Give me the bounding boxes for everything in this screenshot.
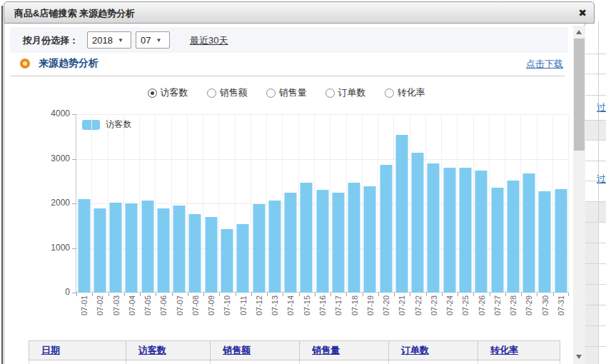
column-header-link[interactable]: 销售量 [312,345,340,355]
radio-icon[interactable] [207,89,216,98]
bar-07-22[interactable] [412,153,424,293]
month-filter-label: 按月份选择： [23,34,79,47]
bar-07-13[interactable] [268,201,281,293]
bar-07-23[interactable] [428,163,440,293]
metric-radio-label: 销售额 [220,86,248,99]
month-select[interactable]: 07 ▼ [136,31,170,49]
chevron-down-icon: ▼ [118,37,123,44]
column-header-link[interactable]: 访客数 [138,345,166,355]
bar-07-17[interactable] [332,193,344,293]
bar-07-16[interactable] [316,190,328,293]
bar-07-25[interactable] [460,168,472,293]
metric-radio-访客数[interactable]: 访客数 [148,86,188,99]
x-axis-label: 07-21 [398,291,406,320]
vertical-scrollbar[interactable] [573,26,585,364]
bar-07-06[interactable] [157,208,169,293]
column-header-转化率[interactable]: 转化率 [478,341,560,360]
x-axis-tick [505,293,506,296]
x-axis-label: 07-26 [478,291,486,320]
bar-07-01[interactable] [78,199,90,293]
dialog-titlebar[interactable]: 商品&店铺搜索 来源趋势分析 ✖ [4,1,595,24]
bar-07-20[interactable] [380,165,392,293]
bar-07-07[interactable] [173,206,186,293]
radio-icon[interactable] [325,89,335,98]
bar-07-30[interactable] [539,191,551,293]
x-axis-tick [219,293,220,296]
x-axis-label: 07-11 [239,291,248,320]
radio-selected-icon[interactable] [148,89,157,98]
table-cell [126,360,211,364]
background-grid-line [585,201,606,202]
close-icon[interactable]: ✖ [578,6,587,19]
background-partial-link[interactable]: 过 [597,101,606,114]
radio-icon[interactable] [266,89,276,98]
background-partial-link[interactable]: 过 [597,173,606,186]
column-header-link[interactable]: 订单数 [401,345,429,355]
bar-07-15[interactable] [301,183,313,293]
bar-07-26[interactable] [475,171,488,293]
bar-07-14[interactable] [285,193,297,293]
bar-07-09[interactable] [205,217,217,293]
year-select[interactable]: 2018 ▼ [87,31,131,49]
table-cell [389,360,478,364]
radio-icon[interactable] [385,89,394,98]
x-axis-tick [92,293,93,296]
bar-07-04[interactable] [126,203,138,293]
chart-slot [108,114,124,293]
background-grid-line [585,346,606,347]
bar-07-28[interactable] [507,181,519,293]
bar-07-24[interactable] [443,168,455,293]
bar-07-18[interactable] [348,183,360,293]
bar-07-19[interactable] [364,186,376,293]
column-header-link[interactable]: 日期 [41,345,60,355]
scroll-down-button[interactable] [573,351,585,362]
bar-07-21[interactable] [395,135,408,293]
bar-07-29[interactable] [523,173,535,293]
bar-07-10[interactable] [221,229,233,293]
metric-radio-订单数[interactable]: 订单数 [325,86,366,99]
y-axis-label: 4000 [40,108,70,118]
chart-slot [236,114,251,293]
metric-radio-label: 访客数 [161,86,188,99]
x-axis-label: 07-14 [286,291,295,320]
download-link[interactable]: 点击下载 [526,58,563,71]
bar-07-27[interactable] [491,188,503,293]
bar-07-03[interactable] [110,203,122,293]
metric-radio-销售量[interactable]: 销售量 [266,86,307,99]
column-header-销售额[interactable]: 销售额 [211,341,300,360]
scrollbar-thumb[interactable] [574,39,585,151]
bar-07-31[interactable] [555,189,567,293]
bar-07-05[interactable] [141,201,153,293]
metric-radio-转化率[interactable]: 转化率 [385,86,425,99]
x-axis-tick [553,293,554,296]
metric-radio-销售额[interactable]: 销售额 [207,86,248,99]
bar-07-02[interactable] [94,208,106,293]
bar-07-08[interactable] [189,214,201,293]
x-axis-tick [568,293,569,296]
recent-30-days-link[interactable]: 最近30天 [190,34,228,47]
chart-slot [521,114,537,293]
column-header-link[interactable]: 转化率 [490,345,518,355]
x-axis-tick [458,293,458,296]
column-header-订单数[interactable]: 订单数 [389,341,478,360]
chart-slot [76,114,92,293]
chart-slot [410,114,426,293]
column-header-访客数[interactable]: 访客数 [126,341,211,360]
bar-07-12[interactable] [253,204,265,293]
x-axis-label: 07-18 [350,291,359,320]
column-header-日期[interactable]: 日期 [29,341,126,360]
metric-radio-label: 转化率 [398,86,425,99]
x-axis-label: 07-09 [207,291,216,320]
year-select-value: 2018 [92,35,113,46]
background-cell [585,120,606,140]
x-axis-tick [172,293,173,296]
column-header-销售量[interactable]: 销售量 [300,341,389,360]
column-header-link[interactable]: 销售额 [223,345,251,355]
bar-07-11[interactable] [237,224,249,293]
x-axis-tick [283,293,283,296]
x-axis-tick [426,293,427,296]
section-title: 来源趋势分析 [39,57,99,70]
x-axis-tick [378,293,379,296]
chevron-down-icon: ▼ [156,37,161,44]
scroll-up-button[interactable] [573,26,585,37]
